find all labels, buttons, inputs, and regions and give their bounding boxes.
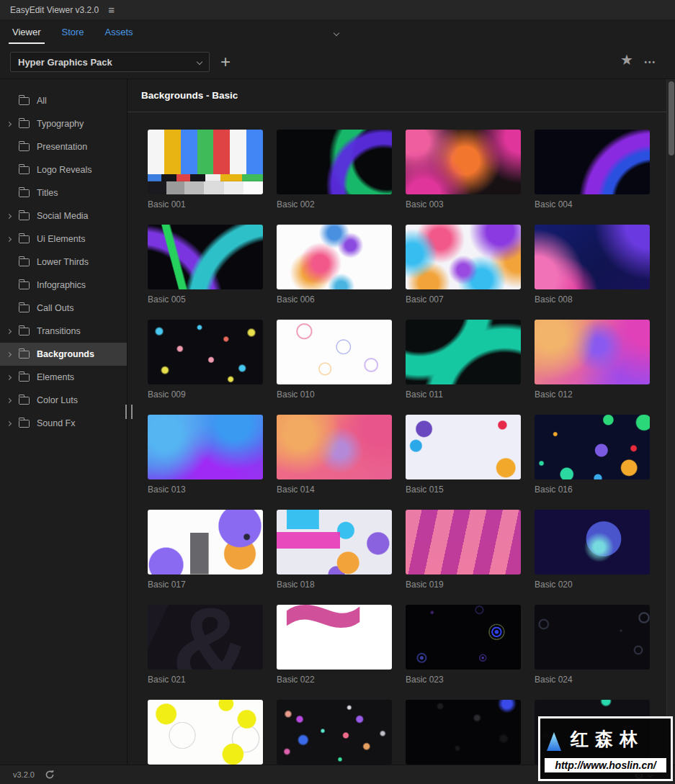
- sidebar-item-typography[interactable]: Typography: [0, 112, 127, 135]
- asset-thumbnail[interactable]: [406, 510, 521, 575]
- asset-item-basic-003[interactable]: Basic 003: [406, 130, 521, 209]
- sidebar-item-ui-elements[interactable]: Ui Elements: [0, 227, 127, 251]
- sidebar-item-titles[interactable]: Titles: [0, 181, 127, 204]
- sidebar-item-logo-reveals[interactable]: Logo Reveals: [0, 158, 127, 181]
- sidebar-item-social-media[interactable]: Social Media: [0, 204, 127, 227]
- asset-item-basic-004[interactable]: Basic 004: [535, 130, 650, 209]
- asset-thumbnail[interactable]: [535, 605, 650, 670]
- asset-thumbnail[interactable]: [535, 130, 650, 194]
- asset-item-basic-016[interactable]: Basic 016: [535, 415, 650, 495]
- asset-thumbnail[interactable]: [406, 320, 521, 384]
- sidebar-item-lower-thirds[interactable]: Lower Thirds: [0, 251, 127, 274]
- hamburger-icon[interactable]: ≡: [108, 4, 115, 15]
- asset-item-basic-005[interactable]: Basic 005: [148, 225, 263, 305]
- asset-label: Basic 018: [277, 580, 392, 590]
- asset-item-basic-018[interactable]: Basic 018: [277, 510, 392, 590]
- sidebar-item-presentation[interactable]: Presentation: [0, 135, 127, 158]
- asset-thumbnail[interactable]: [148, 510, 263, 575]
- asset-label: Basic 002: [277, 199, 392, 209]
- sidebar-item-backgrounds[interactable]: Backgrounds: [0, 343, 127, 366]
- chevron-right-icon[interactable]: [6, 351, 12, 356]
- asset-thumbnail[interactable]: [277, 130, 392, 194]
- asset-item-basic-013[interactable]: Basic 013: [148, 415, 263, 495]
- folder-icon: [19, 143, 30, 151]
- asset-item-basic-021[interactable]: & Basic 021: [148, 605, 263, 685]
- asset-item-basic-010[interactable]: Basic 010: [277, 320, 392, 400]
- asset-item-basic-015[interactable]: Basic 015: [406, 415, 521, 495]
- asset-thumbnail[interactable]: [277, 510, 392, 575]
- asset-thumbnail[interactable]: [535, 225, 650, 289]
- vertical-scrollbar[interactable]: [666, 79, 675, 765]
- asset-thumbnail[interactable]: [148, 225, 263, 289]
- asset-thumbnail[interactable]: [277, 415, 392, 479]
- asset-thumbnail[interactable]: [148, 700, 263, 765]
- tab-viewer[interactable]: Viewer: [12, 27, 41, 37]
- asset-thumbnail[interactable]: [535, 415, 650, 479]
- asset-thumbnail[interactable]: [406, 225, 521, 289]
- chevron-right-icon[interactable]: [6, 236, 12, 241]
- chevron-right-icon[interactable]: [6, 420, 12, 425]
- sidebar-item-transitions[interactable]: Transitions: [0, 320, 127, 343]
- chevron-down-icon[interactable]: [334, 30, 339, 36]
- folder-icon: [19, 166, 30, 174]
- chevron-right-icon[interactable]: [6, 213, 12, 218]
- asset-item-basic-017[interactable]: Basic 017: [148, 510, 263, 590]
- sidebar-item-infographics[interactable]: Infographics: [0, 274, 127, 297]
- chevron-right-icon[interactable]: [6, 121, 12, 126]
- add-pack-button[interactable]: +: [220, 53, 231, 71]
- scrollbar-thumb[interactable]: [669, 81, 674, 156]
- asset-thumbnail[interactable]: [406, 605, 521, 670]
- asset-item-basic-026[interactable]: Basic 026: [277, 700, 392, 765]
- window-title: EasyEdit Viewer v3.2.0: [10, 5, 99, 15]
- asset-item-basic-022[interactable]: ~ Basic 022: [277, 605, 392, 685]
- asset-thumbnail[interactable]: [406, 130, 521, 194]
- asset-thumbnail[interactable]: [148, 415, 263, 479]
- ellipsis-icon[interactable]: •••: [644, 58, 656, 66]
- asset-thumbnail[interactable]: [277, 700, 392, 765]
- sidebar-item-elements[interactable]: Elements: [0, 366, 127, 389]
- asset-item-basic-024[interactable]: Basic 024: [535, 605, 650, 685]
- asset-thumbnail[interactable]: [406, 415, 521, 479]
- asset-thumbnail[interactable]: [148, 130, 263, 194]
- chevron-right-icon[interactable]: [6, 374, 12, 379]
- asset-item-basic-025[interactable]: Basic 025: [148, 700, 263, 765]
- asset-item-basic-019[interactable]: Basic 019: [406, 510, 521, 590]
- asset-thumbnail[interactable]: [148, 320, 263, 384]
- asset-thumbnail[interactable]: [406, 700, 521, 765]
- asset-item-basic-023[interactable]: Basic 023: [406, 605, 521, 685]
- asset-item-basic-014[interactable]: Basic 014: [277, 415, 392, 495]
- sidebar-resize-handle[interactable]: [125, 405, 133, 419]
- asset-thumbnail[interactable]: ~: [277, 605, 392, 670]
- asset-thumbnail[interactable]: &: [148, 605, 263, 670]
- asset-item-basic-002[interactable]: Basic 002: [277, 130, 392, 209]
- asset-item-basic-020[interactable]: Basic 020: [535, 510, 650, 590]
- asset-item-basic-007[interactable]: Basic 007: [406, 225, 521, 305]
- asset-thumbnail[interactable]: [535, 510, 650, 575]
- refresh-icon[interactable]: [45, 770, 55, 780]
- asset-label: Basic 017: [148, 580, 263, 590]
- sidebar-item-all[interactable]: All: [0, 89, 127, 112]
- folder-icon: [19, 328, 30, 335]
- sidebar-item-sound-fx[interactable]: Sound Fx: [0, 412, 127, 435]
- asset-thumbnail[interactable]: [277, 225, 392, 289]
- chevron-right-icon[interactable]: [6, 328, 12, 333]
- asset-item-basic-012[interactable]: Basic 012: [535, 320, 650, 400]
- asset-item-basic-027[interactable]: Basic 027: [406, 700, 521, 765]
- asset-item-basic-009[interactable]: Basic 009: [148, 320, 263, 400]
- asset-label: Basic 022: [277, 675, 392, 685]
- pack-select-dropdown[interactable]: Hyper Graphics Pack: [10, 52, 210, 72]
- star-icon[interactable]: ★: [620, 53, 633, 67]
- sidebar-item-color-luts[interactable]: Color Luts: [0, 389, 127, 412]
- asset-item-basic-001[interactable]: Basic 001: [148, 130, 263, 209]
- asset-item-basic-011[interactable]: Basic 011: [406, 320, 521, 400]
- tab-assets[interactable]: Assets: [105, 27, 133, 37]
- folder-icon: [19, 235, 30, 243]
- asset-item-basic-006[interactable]: Basic 006: [277, 225, 392, 305]
- content-header: Backgrounds - Basic: [128, 79, 675, 112]
- asset-item-basic-008[interactable]: Basic 008: [535, 225, 650, 305]
- chevron-right-icon[interactable]: [6, 397, 12, 402]
- asset-thumbnail[interactable]: [535, 320, 650, 384]
- tab-store[interactable]: Store: [62, 27, 84, 37]
- sidebar-item-call-outs[interactable]: Call Outs: [0, 297, 127, 320]
- asset-thumbnail[interactable]: [277, 320, 392, 384]
